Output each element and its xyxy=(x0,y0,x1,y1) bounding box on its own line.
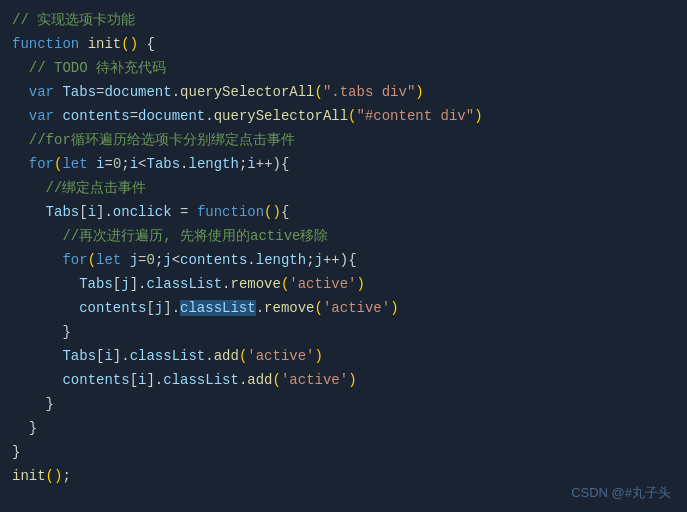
code-line-7: for ( let i = 0 ; i < Tabs . length ; i … xyxy=(0,152,687,176)
comment-implement: // 实现选项卡功能 xyxy=(12,11,135,29)
prop-onclick: onclick xyxy=(113,204,172,220)
index-j-2: j xyxy=(155,300,163,316)
contents-length: contents xyxy=(180,252,247,268)
var-i-inc: i xyxy=(247,156,255,172)
keyword-var-2: var xyxy=(29,108,54,124)
method-qsa-1: querySelectorAll xyxy=(180,84,314,100)
method-remove-1: remove xyxy=(230,276,280,292)
keyword-function: function xyxy=(12,36,79,52)
method-remove-2: remove xyxy=(264,300,314,316)
code-line-17: } xyxy=(0,392,687,416)
contents-j: contents xyxy=(79,300,146,316)
index-i-3: i xyxy=(138,372,146,388)
string-content-div: "#content div" xyxy=(357,108,475,124)
call-init: init xyxy=(12,468,46,484)
string-active-2: 'active' xyxy=(323,300,390,316)
code-line-15: Tabs [ i ]. classList . add ( 'active' ) xyxy=(0,344,687,368)
var-tabs: Tabs xyxy=(62,84,96,100)
tabs-j: Tabs xyxy=(79,276,113,292)
var-j-cmp: j xyxy=(163,252,171,268)
string-active-4: 'active' xyxy=(281,372,348,388)
code-line-16: contents [ i ]. classList . add ( 'activ… xyxy=(0,368,687,392)
string-tabs-div: ".tabs div" xyxy=(323,84,415,100)
code-line-3: // TODO 待补充代码 xyxy=(0,56,687,80)
prop-classlist-4: classList xyxy=(163,372,239,388)
code-line-4: var Tabs = document . querySelectorAll (… xyxy=(0,80,687,104)
method-add-1: add xyxy=(214,348,239,364)
var-j: j xyxy=(130,252,138,268)
comment-bind-click: //绑定点击事件 xyxy=(46,179,147,197)
prop-classlist-3: classList xyxy=(130,348,206,364)
index-i-1: i xyxy=(88,204,96,220)
contents-i-add: contents xyxy=(62,372,129,388)
string-active-1: 'active' xyxy=(289,276,356,292)
code-line-19: } xyxy=(0,440,687,464)
index-i-2: i xyxy=(104,348,112,364)
code-editor: // 实现选项卡功能 function init ( ) { // TODO 待… xyxy=(0,0,687,512)
code-line-6: //for循环遍历给选项卡分别绑定点击事件 xyxy=(0,128,687,152)
prop-classlist-1: classList xyxy=(146,276,222,292)
index-j-1: j xyxy=(121,276,129,292)
comment-for-loop: //for循环遍历给选项卡分别绑定点击事件 xyxy=(29,131,295,149)
code-line-10: //再次进行遍历, 先将使用的active移除 xyxy=(0,224,687,248)
var-j-inc: j xyxy=(315,252,323,268)
var-i-cmp: i xyxy=(130,156,138,172)
var-contents: contents xyxy=(62,108,129,124)
comment-todo: // TODO 待补充代码 xyxy=(29,59,166,77)
code-line-12: Tabs [ j ]. classList . remove ( 'active… xyxy=(0,272,687,296)
var-i: i xyxy=(96,156,104,172)
keyword-let-2: let xyxy=(96,252,121,268)
tabs-onclick: Tabs xyxy=(46,204,80,220)
prop-length-2: length xyxy=(256,252,306,268)
watermark: CSDN @#丸子头 xyxy=(571,484,671,502)
code-line-8: //绑定点击事件 xyxy=(0,176,687,200)
code-line-13: contents [ j ]. classList . remove ( 'ac… xyxy=(0,296,687,320)
code-line-18: } xyxy=(0,416,687,440)
keyword-for-1: for xyxy=(29,156,54,172)
prop-length-1: length xyxy=(189,156,239,172)
code-line-2: function init ( ) { xyxy=(0,32,687,56)
tabs-length: Tabs xyxy=(147,156,181,172)
code-line-14: } xyxy=(0,320,687,344)
document-ref-2: document xyxy=(138,108,205,124)
code-line-11: for ( let j = 0 ; j < contents . length … xyxy=(0,248,687,272)
tabs-i-add: Tabs xyxy=(62,348,96,364)
method-add-2: add xyxy=(247,372,272,388)
keyword-for-2: for xyxy=(62,252,87,268)
function-name-init: init xyxy=(88,36,122,52)
prop-classlist-2-highlighted: classList xyxy=(180,300,256,316)
string-active-3: 'active' xyxy=(247,348,314,364)
keyword-let-1: let xyxy=(62,156,87,172)
code-line-1: // 实现选项卡功能 xyxy=(0,8,687,32)
method-qsa-2: querySelectorAll xyxy=(214,108,348,124)
code-line-9: Tabs [ i ]. onclick = function ( ) { xyxy=(0,200,687,224)
keyword-function-2: function xyxy=(197,204,264,220)
comment-re-traverse: //再次进行遍历, 先将使用的active移除 xyxy=(62,227,328,245)
keyword-var-1: var xyxy=(29,84,54,100)
document-ref-1: document xyxy=(104,84,171,100)
code-line-5: var contents = document . querySelectorA… xyxy=(0,104,687,128)
